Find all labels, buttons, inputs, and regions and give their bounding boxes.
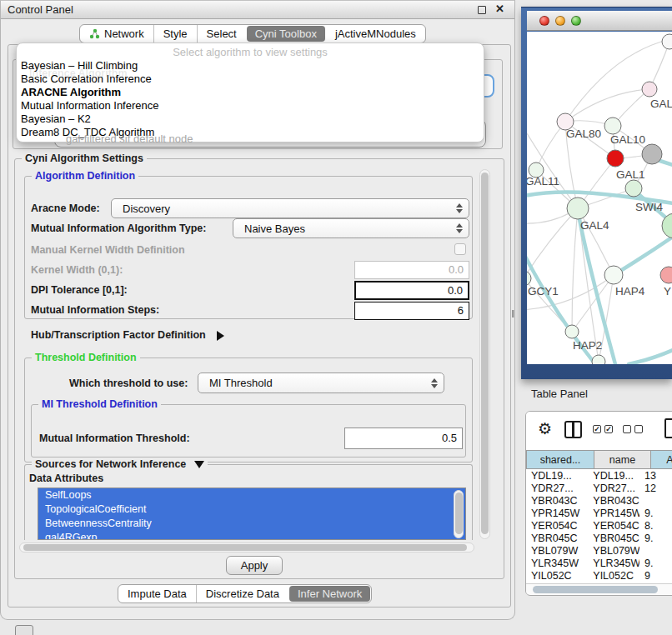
zoom-traffic-light-icon[interactable] <box>571 16 581 26</box>
table-cell: 9. <box>639 532 672 545</box>
tab-network-label: Network <box>104 28 144 40</box>
table-cell: YPR145W <box>588 508 639 520</box>
dpi-tolerance-field[interactable]: 0.0 <box>354 281 469 300</box>
which-threshold-combo[interactable]: MI Threshold <box>198 372 444 393</box>
mi-steps-label: Mutual Information Steps: <box>31 304 159 316</box>
network-node[interactable] <box>604 118 621 134</box>
network-node[interactable] <box>625 180 642 197</box>
table-horizontal-scrollbar[interactable] <box>526 583 672 594</box>
aracne-mode-combo[interactable]: Discovery <box>111 198 469 218</box>
sources-expander[interactable]: Sources for Network Inference <box>32 458 208 470</box>
panel-divider-grip[interactable] <box>512 310 515 318</box>
mi-algorithm-type-combo[interactable]: Naive Bayes <box>233 218 469 238</box>
network-node[interactable] <box>565 325 579 338</box>
table-cell: YLR345W <box>526 558 588 570</box>
hub-definition-expander[interactable]: Hub/Transcription Factor Definition <box>31 329 224 341</box>
select-all-icon[interactable]: ✓✓ <box>593 425 613 433</box>
table-cell <box>639 545 672 558</box>
tab-style[interactable]: Style <box>154 25 198 42</box>
manual-kernel-width-checkbox[interactable] <box>454 243 466 255</box>
kernel-width-field[interactable]: 0.0 <box>354 261 469 279</box>
table-row[interactable]: YDL19...YDL19...13 <box>526 470 672 482</box>
tab-select[interactable]: Select <box>198 25 246 42</box>
node-label: HAP4 <box>615 285 645 298</box>
mi-algorithm-type-label: Mutual Information Algorithm Type: <box>31 222 206 234</box>
attribute-list-item[interactable]: gal4RGexp <box>38 531 465 540</box>
network-edge[interactable] <box>565 89 649 122</box>
column-header[interactable]: A <box>651 450 672 469</box>
table-row[interactable]: YBR045CYBR045C9. <box>526 532 672 545</box>
stepper-icon <box>431 378 438 388</box>
mi-steps-field[interactable]: 6 <box>354 302 469 320</box>
cyni-settings-title: Cyni Algorithm Settings <box>22 152 147 164</box>
table-row[interactable]: YER054CYER054C8. <box>526 520 672 532</box>
network-node[interactable] <box>527 271 531 286</box>
settings-vertical-scrollbar[interactable] <box>479 169 490 539</box>
function-builder-icon[interactable] <box>664 418 672 438</box>
network-view-window: GALGAL80GAL10GAL1GAL11SWI4GAL4GCY1HAP4YH… <box>521 7 672 379</box>
node-label: GCY1 <box>528 285 559 298</box>
close-traffic-light-icon[interactable] <box>539 16 549 26</box>
node-label: GAL <box>650 98 672 110</box>
network-node[interactable] <box>607 150 624 167</box>
tab-jactivemnodules[interactable]: jActiveMNodules <box>326 25 425 42</box>
dpi-tolerance-label: DPI Tolerance [0,1]: <box>31 284 128 296</box>
column-layout-icon[interactable] <box>564 421 582 438</box>
expand-right-icon <box>217 331 224 341</box>
tab-network[interactable]: Network <box>80 25 154 42</box>
settings-horizontal-scrollbar[interactable] <box>19 542 474 552</box>
table-cell: YBR045C <box>588 532 639 545</box>
attribute-list-item[interactable]: SelfLoops <box>38 488 465 502</box>
tab-infer-network[interactable]: Infer Network <box>289 586 370 602</box>
network-canvas[interactable]: GALGAL80GAL10GAL1GAL11SWI4GAL4GCY1HAP4YH… <box>527 32 672 364</box>
attribute-list-item[interactable]: TopologicalCoefficient <box>38 502 465 517</box>
table-row[interactable]: YBL079WYBL079W <box>526 545 672 558</box>
tab-cyni-toolbox[interactable]: Cyni Toolbox <box>247 26 325 42</box>
mi-threshold-label: Mutual Information Threshold: <box>39 432 190 444</box>
table-panel-title: Table Panel <box>531 388 588 400</box>
network-node[interactable] <box>662 34 672 49</box>
tab-discretize-data[interactable]: Discretize Data <box>197 585 288 602</box>
node-label: GAL1 <box>616 168 645 181</box>
network-node[interactable] <box>660 267 672 283</box>
network-edge-highlighted[interactable] <box>629 350 672 364</box>
table-row[interactable]: YLR345WYLR345W9. <box>526 558 672 570</box>
table-row[interactable]: YDR27...YDR27...12 <box>526 482 672 495</box>
attribute-list-scrollbar[interactable] <box>454 490 464 538</box>
attribute-list-item[interactable]: BetweennessCentrality <box>38 517 465 531</box>
node-label: GAL10 <box>610 133 645 146</box>
table-cell: 9 <box>639 570 672 581</box>
stepper-icon <box>456 203 463 213</box>
network-node[interactable] <box>642 82 657 97</box>
table-cell: YER054C <box>526 520 588 532</box>
tab-impute-data[interactable]: Impute Data <box>118 585 197 602</box>
float-window-icon[interactable] <box>478 6 486 14</box>
close-icon[interactable]: ✕ <box>495 2 504 15</box>
table-row[interactable]: YIL052CYIL052C9 <box>526 570 672 581</box>
algorithm-option[interactable]: ARACNE Algorithm <box>17 86 484 99</box>
gear-icon[interactable]: ⚙ <box>538 419 552 438</box>
manual-kernel-width-label: Manual Kernel Width Definition <box>31 244 185 256</box>
network-node[interactable] <box>592 355 605 364</box>
mi-threshold-field[interactable]: 0.5 <box>344 428 463 449</box>
table-row[interactable]: YBR043CYBR043C <box>526 495 672 508</box>
table-cell: YBR043C <box>588 495 639 508</box>
minimize-traffic-light-icon[interactable] <box>555 16 565 26</box>
algorithm-option[interactable]: Mutual Information Inference <box>17 99 484 112</box>
network-node[interactable] <box>567 198 589 219</box>
apply-button[interactable]: Apply <box>226 556 283 575</box>
algorithm-option[interactable]: Bayesian – K2 <box>17 112 484 126</box>
column-header[interactable]: shared... <box>526 450 594 469</box>
minimized-panel-icon[interactable] <box>15 625 33 635</box>
kernel-width-label: Kernel Width (0,1): <box>31 264 123 276</box>
network-node[interactable] <box>642 144 662 164</box>
column-header[interactable]: name <box>594 450 651 469</box>
network-edge[interactable] <box>527 208 578 278</box>
node-label: GAL11 <box>527 175 559 188</box>
network-node[interactable] <box>604 266 623 284</box>
data-attributes-list[interactable]: SelfLoopsTopologicalCoefficientBetweenne… <box>38 488 466 540</box>
algorithm-definition-title: Algorithm Definition <box>32 170 138 182</box>
deselect-all-icon[interactable] <box>623 425 643 433</box>
network-edge[interactable] <box>572 208 578 332</box>
table-row[interactable]: YPR145WYPR145W9. <box>526 508 672 520</box>
